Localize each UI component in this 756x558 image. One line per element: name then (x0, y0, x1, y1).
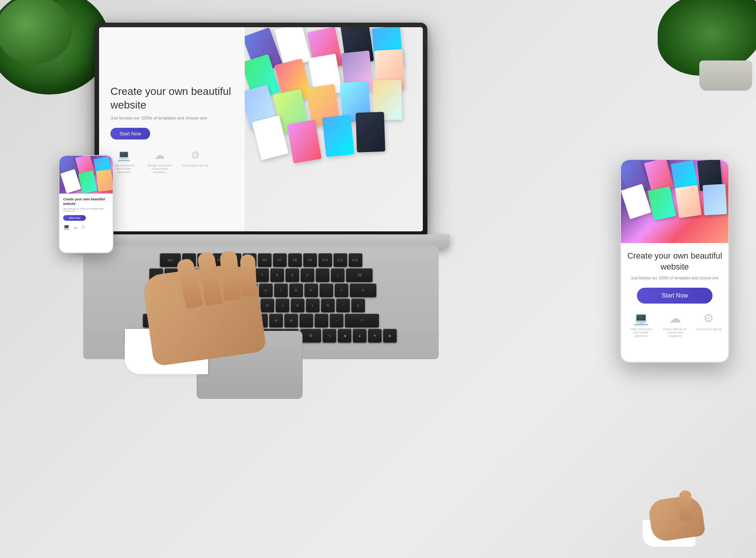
cloud-icon-text: Design directly on a cloud from anywhere (146, 164, 173, 174)
plant-right-pot (699, 60, 752, 91)
key-k[interactable]: K (291, 299, 304, 312)
phone-cloud-icon: ☁ (73, 224, 78, 230)
tablet-template-preview (621, 160, 728, 243)
template-card-19 (355, 112, 385, 153)
template-cards-scatter (245, 27, 423, 231)
key-f9[interactable]: F9 (303, 253, 317, 267)
tablet-mini-card-7 (675, 185, 702, 218)
tablet-cloud-icon: ☁ (669, 311, 681, 326)
tablet-mini-card-8 (703, 184, 727, 215)
tablet-mini-card-6 (647, 186, 676, 221)
key-f7[interactable]: F7 (273, 253, 287, 267)
gear-icon-text: Very easy to set up (182, 164, 208, 167)
phone-content-area: Create your own beautiful website Just b… (59, 194, 113, 253)
phone-subtext: Just browse our 1000s of templates and c… (63, 208, 109, 212)
phone-gear-icon: ⚙ (81, 224, 86, 230)
key-j[interactable]: J (276, 299, 289, 312)
tablet-icon-responsive: 💻 Fully responsive and mobile optimised (628, 311, 654, 338)
tablet-heading: Create your own beautiful website (627, 251, 723, 272)
phone-screen: Create your own beautiful website Just b… (59, 156, 113, 253)
laptop-screen-inner: Create your own beautiful website Just b… (99, 27, 423, 231)
phone-laptop-icon: 💻 (63, 224, 70, 230)
key-alt-right[interactable]: ⌥ (323, 329, 336, 343)
tablet-device: Create your own beautiful website Just b… (620, 159, 730, 363)
phone-template-preview (59, 156, 113, 194)
cloud-icon: ☁ (154, 149, 165, 161)
key-f10[interactable]: F10 (318, 253, 332, 267)
key-n-tilde[interactable]: Ñ (321, 299, 335, 312)
key-comma[interactable]: , (300, 314, 313, 327)
key-apostrophe[interactable]: ' (316, 268, 329, 282)
tablet-finger-point (679, 490, 692, 521)
tablet-responsive-text: Fully responsive and mobile optimised (628, 327, 654, 338)
template-card-18 (322, 115, 355, 157)
tablet-icon-cloud: ☁ Design directly on a cloud from anywhe… (662, 311, 688, 338)
laptop: Create your own beautiful website Just b… (95, 23, 427, 234)
tablet-content-area: Create your own beautiful website Just b… (621, 243, 728, 362)
tablet-icon-gear: ⚙ Very easy to set up (696, 311, 722, 338)
key-8[interactable]: 8 (270, 268, 284, 282)
gear-icon: ⚙ (191, 149, 200, 161)
key-f12[interactable]: F12 (349, 253, 362, 267)
key-l[interactable]: L (306, 299, 320, 312)
hand-on-keyboard (125, 268, 269, 374)
phone-heading: Create your own beautiful website (63, 197, 109, 206)
laptop-website-heading: Create your own beautiful website (110, 85, 233, 112)
tablet-icons-row: 💻 Fully responsive and mobile optimised … (628, 311, 722, 338)
phone-icon-laptop: 💻 (63, 224, 70, 230)
key-cmd-right[interactable]: ⌘ (300, 329, 321, 343)
key-m[interactable]: M (284, 314, 298, 327)
key-bracket-close[interactable]: + (335, 284, 348, 297)
key-excl[interactable]: ¡ (331, 268, 345, 282)
key-accent[interactable]: ´ (336, 299, 350, 312)
phone-mini-card-6 (96, 169, 113, 192)
key-arrow-right[interactable]: ▶ (383, 329, 397, 343)
key-f11[interactable]: F11 (334, 253, 347, 267)
phone-icon-gear: ⚙ (81, 224, 86, 230)
key-row-function: esc F1 F2 F3 F4 F5 F6 F7 F8 F9 F10 F11 F… (95, 253, 427, 267)
website-content: Create your own beautiful website Just b… (99, 27, 423, 231)
key-shift-right[interactable]: ⇧ (345, 314, 379, 327)
finger-pinky (240, 254, 257, 296)
tablet-hand-skin (647, 494, 706, 542)
key-enter[interactable]: ⏎ (350, 284, 376, 297)
plant-right (650, 0, 756, 91)
key-arrow-left[interactable]: ◀ (338, 329, 351, 343)
laptop-feature-icons-row: 💻 Fully responsive and mobile optimised … (110, 149, 233, 174)
key-c-cedilla[interactable]: Ç (351, 299, 365, 312)
key-period[interactable]: . (315, 314, 328, 327)
laptop-icon: 💻 (117, 149, 130, 161)
website-right-panel (245, 27, 423, 231)
key-bracket-open[interactable]: ˋ (320, 284, 333, 297)
key-n[interactable]: N (269, 314, 283, 327)
tablet-cloud-text: Design directly on a cloud from anywhere (662, 327, 688, 338)
key-arrow-down[interactable]: ▼ (368, 329, 382, 343)
tablet-laptop-icon: 💻 (633, 311, 649, 326)
key-f8[interactable]: F8 (288, 253, 302, 267)
key-p[interactable]: P (304, 284, 318, 297)
laptop-icon-settings: ⚙ Very easy to set up (182, 149, 208, 167)
tablet-subtext: Just browse our 1000s of templates and c… (631, 276, 719, 280)
laptop-icon-cloud: ☁ Design directly on a cloud from anywhe… (146, 149, 173, 174)
key-o[interactable]: O (289, 284, 303, 297)
laptop-icon-text: Fully responsive and mobile optimised (110, 164, 137, 174)
key-0[interactable]: 0 (301, 268, 314, 282)
laptop-website-subtext: Just browse our 1000s of templates and c… (110, 116, 233, 120)
phone-icons-row: 💻 ☁ ⚙ (63, 224, 109, 230)
tablet-gear-icon: ⚙ (703, 311, 714, 326)
key-i[interactable]: I (274, 284, 288, 297)
key-dash[interactable]: - (330, 314, 343, 327)
key-backspace[interactable]: ⌫ (346, 268, 373, 282)
phone-start-now-button[interactable]: Start Now (63, 215, 86, 221)
tablet-screen: Create your own beautiful website Just b… (621, 160, 728, 362)
hand-skin (142, 261, 267, 366)
website-left-panel: Create your own beautiful website Just b… (99, 27, 245, 231)
laptop-start-now-button[interactable]: Start Now (110, 128, 150, 140)
laptop-screen-outer: Create your own beautiful website Just b… (95, 23, 427, 234)
key-arrow-up[interactable]: ▲ (353, 329, 366, 343)
key-f6[interactable]: F6 (258, 253, 272, 267)
key-9[interactable]: 9 (286, 268, 299, 282)
phone-icon-cloud: ☁ (73, 224, 78, 230)
laptop-icon-responsive: 💻 Fully responsive and mobile optimised (110, 149, 137, 174)
tablet-start-now-button[interactable]: Start Now (637, 288, 713, 304)
